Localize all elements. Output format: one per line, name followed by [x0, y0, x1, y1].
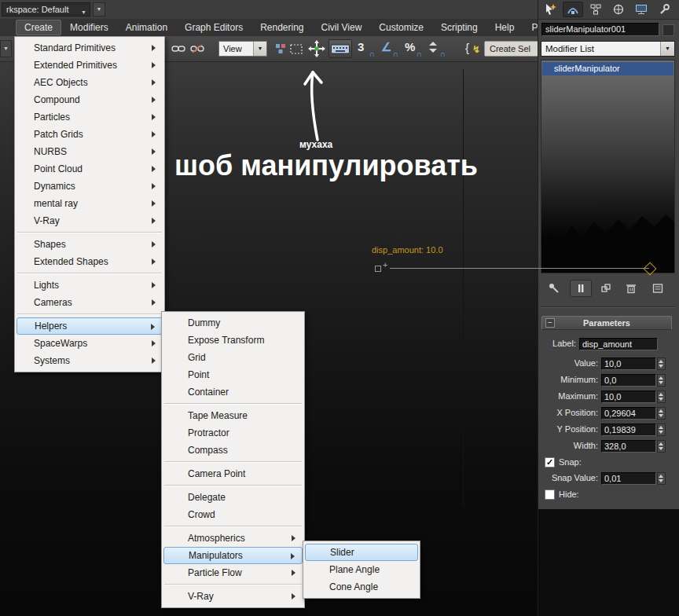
menu-item-patch-grids[interactable]: Patch Grids — [17, 126, 163, 143]
menu-item-compass[interactable]: Compass — [163, 442, 303, 459]
menu-item-delegate[interactable]: Delegate — [163, 489, 303, 506]
menu-item-particles[interactable]: Particles — [17, 108, 163, 126]
label-input[interactable]: disp_amount — [579, 338, 658, 350]
slider-handle-diamond-icon[interactable] — [644, 262, 657, 276]
menu-item-spacewarps[interactable]: SpaceWarps — [17, 335, 163, 352]
menu-item-compound[interactable]: Compound — [17, 91, 163, 108]
stack-item-selected[interactable]: sliderManipulator — [542, 62, 673, 75]
menu-item-cameras[interactable]: Cameras — [17, 294, 163, 311]
named-selection-field[interactable]: Create Sel — [484, 41, 541, 57]
remove-modifier-button[interactable] — [620, 280, 642, 297]
menu-item-standard-primitives[interactable]: Standard Primitives — [17, 39, 163, 57]
menu-item-container[interactable]: Container — [163, 383, 303, 401]
tab-modify[interactable] — [563, 2, 583, 17]
menu-item-systems[interactable]: Systems — [17, 352, 163, 369]
menu-customize[interactable]: Customize — [370, 20, 432, 35]
menu-item-dynamics[interactable]: Dynamics — [17, 178, 163, 195]
maximum-input[interactable]: 10,0 — [601, 390, 656, 403]
menu-item-mental-ray[interactable]: mental ray — [17, 195, 163, 212]
snap-value-input[interactable]: 0,01 — [601, 472, 656, 485]
menu-item-expose-transform[interactable]: Expose Transform — [163, 332, 303, 349]
tab-utilities[interactable] — [654, 2, 674, 17]
select-and-link-icon[interactable] — [168, 39, 189, 58]
menu-item-tape-measure[interactable]: Tape Measure — [163, 407, 303, 424]
keyboard-override-button[interactable] — [328, 39, 352, 58]
menu-item-particle-flow[interactable]: Particle Flow — [163, 564, 303, 581]
named-selection-sets-icon[interactable]: { ↯ — [462, 39, 483, 58]
workspace-dropdown[interactable]: rkspace: Default ▼ — [2, 2, 90, 16]
menu-item-plane-angle[interactable]: Plane Angle — [305, 561, 418, 578]
parameters-rollout-header[interactable]: − Parameters — [541, 316, 672, 330]
slider-plus-icon[interactable]: + — [383, 260, 387, 270]
toolbar-options-button[interactable]: ▼ — [93, 2, 105, 16]
y-position-spinner[interactable] — [657, 424, 666, 436]
menu-item-dummy[interactable]: Dummy — [163, 314, 303, 332]
menu-item-extended-shapes[interactable]: Extended Shapes — [17, 253, 163, 270]
modifier-stack[interactable]: sliderManipulator — [541, 60, 675, 273]
menu-help[interactable]: Help — [486, 20, 523, 35]
object-name-field[interactable]: sliderManipulator001 — [541, 23, 659, 36]
menu-rendering[interactable]: Rendering — [251, 20, 312, 35]
selection-filter-caret[interactable]: ▼ — [0, 40, 12, 57]
object-color-swatch[interactable] — [662, 24, 674, 36]
menu-animation[interactable]: Animation — [117, 20, 176, 35]
value-input[interactable]: 10,0 — [601, 358, 656, 370]
menu-item-grid[interactable]: Grid — [163, 349, 303, 366]
menu-item-nurbs[interactable]: NURBS — [17, 143, 163, 160]
reference-coordinate-dropdown[interactable]: View ▼ — [218, 41, 267, 57]
menu-item-cone-angle[interactable]: Cone Angle — [305, 578, 418, 596]
y-position-input[interactable]: 0,19839 — [601, 424, 656, 436]
selection-region-icon[interactable] — [286, 39, 306, 58]
menu-modifiers[interactable]: Modifiers — [61, 20, 117, 35]
configure-modifier-sets-button[interactable] — [647, 280, 669, 297]
menu-item-manipulators[interactable]: Manipulators — [163, 547, 303, 564]
tab-display[interactable] — [631, 2, 651, 17]
menu-item-aec-objects[interactable]: AEC Objects — [17, 74, 163, 91]
x-position-spinner[interactable] — [657, 407, 666, 420]
x-position-input[interactable]: 0,29604 — [601, 407, 656, 420]
maximum-spinner[interactable] — [657, 390, 666, 403]
hide-checkbox[interactable] — [545, 490, 555, 500]
menu-item-crowd[interactable]: Crowd — [163, 506, 303, 523]
snap-checkbox[interactable]: ✓ — [545, 457, 555, 468]
menu-civil-view[interactable]: Civil View — [313, 20, 371, 35]
spinner-snap-icon[interactable]: ∩ — [426, 39, 446, 58]
tab-hierarchy[interactable] — [585, 2, 606, 17]
slider-manipulator[interactable]: disp_amount: 10.0 + — [369, 245, 662, 278]
percent-snap-icon[interactable]: % ∩ — [402, 39, 423, 58]
width-input[interactable]: 328,0 — [601, 440, 656, 453]
modifier-list-dropdown[interactable]: Modifier List ▼ — [541, 41, 675, 57]
menu-scripting[interactable]: Scripting — [432, 20, 486, 35]
menu-item-extended-primitives[interactable]: Extended Primitives — [17, 57, 163, 74]
slider-anchor-box[interactable] — [375, 266, 381, 272]
menu-clipped-right[interactable]: P — [523, 20, 538, 35]
tab-motion[interactable] — [608, 2, 629, 17]
angle-snap-icon[interactable]: ∠ ∩ — [379, 39, 399, 58]
menu-item-camera-point[interactable]: Camera Point — [163, 465, 303, 482]
menu-item-protractor[interactable]: Protractor — [163, 424, 303, 442]
snap-value-spinner[interactable] — [657, 472, 666, 485]
make-unique-button[interactable] — [595, 280, 617, 297]
menu-create[interactable]: Create — [16, 20, 61, 35]
menu-item-point-cloud[interactable]: Point Cloud — [17, 160, 163, 178]
menu-item-lights[interactable]: Lights — [17, 277, 163, 294]
menu-graph-editors[interactable]: Graph Editors — [176, 20, 251, 35]
show-end-result-button[interactable] — [570, 280, 592, 297]
pin-stack-button[interactable] — [543, 280, 565, 297]
slider-track[interactable] — [390, 268, 649, 269]
menu-item-shapes[interactable]: Shapes — [17, 236, 163, 253]
minimum-input[interactable]: 0,0 — [601, 374, 656, 387]
collapse-icon[interactable]: − — [545, 318, 555, 328]
unlink-selection-icon[interactable] — [187, 39, 207, 58]
width-spinner[interactable] — [657, 440, 666, 453]
caret-down-icon[interactable]: ▼ — [253, 42, 266, 56]
tab-create[interactable] — [540, 2, 560, 17]
menu-item-slider[interactable]: Slider — [305, 544, 418, 561]
menu-item-helpers-vray[interactable]: V-Ray — [163, 588, 303, 605]
minimum-spinner[interactable] — [657, 374, 666, 387]
menu-item-point[interactable]: Point — [163, 366, 303, 383]
select-and-manipulate-icon[interactable] — [306, 39, 327, 58]
menu-item-vray[interactable]: V-Ray — [17, 212, 163, 229]
value-spinner[interactable] — [657, 358, 666, 370]
snap-toggle-3d-icon[interactable]: 3 ∩ — [355, 39, 376, 58]
